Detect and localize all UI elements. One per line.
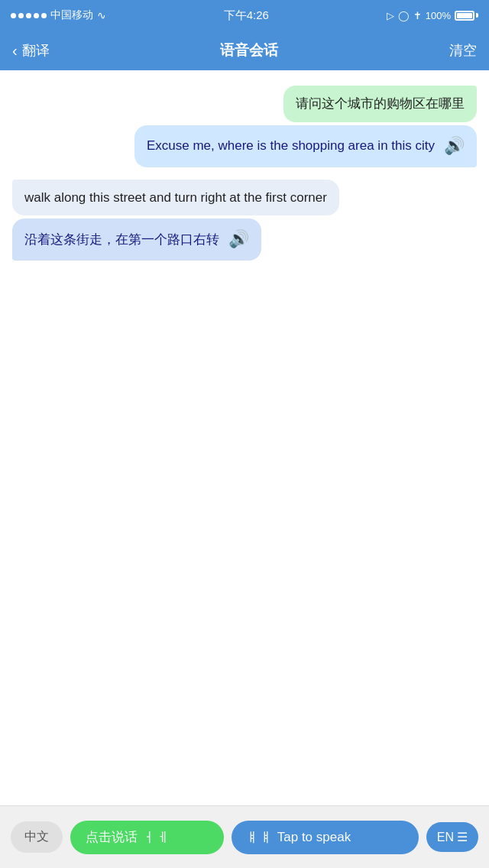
nav-bar: ‹ 翻译 语音会话 清空 (0, 31, 489, 70)
bubble-translation-2: 沿着这条街走，在第一个路口右转 🔊 (12, 219, 261, 261)
status-time: 下午4:26 (224, 8, 269, 23)
speak-en-label: Tap to speak (277, 830, 351, 845)
battery-fill (457, 13, 472, 18)
nav-title: 语音会话 (220, 40, 278, 60)
carrier-label: 中国移动 (50, 8, 93, 22)
menu-icon: ☰ (457, 830, 468, 844)
signal-dot-2 (18, 13, 24, 18)
battery-tip (476, 13, 478, 18)
message-group-1: 请问这个城市的购物区在哪里 Excuse me, where is the sh… (12, 86, 477, 167)
bubble-text-2-translation: 沿着这条街走，在第一个路口右转 (24, 231, 219, 249)
status-bar: 中国移动 ∿ 下午4:26 ▷ ◯ ✝ 100% (0, 0, 489, 31)
english-language-button[interactable]: EN ☰ (426, 822, 478, 852)
signal-dot-5 (41, 13, 47, 18)
bluetooth-icon: ✝ (413, 10, 422, 21)
battery-percent: 100% (426, 10, 451, 21)
location-icon: ▷ (387, 10, 394, 21)
speak-chinese-button[interactable]: 点击说话 ㅓㅔ (70, 821, 224, 854)
bubble-text-1-original: 请问这个城市的购物区在哪里 (296, 96, 465, 111)
back-chevron-icon: ‹ (12, 42, 18, 60)
wave-icon-en: ㅒㅒ (245, 828, 273, 847)
clear-button[interactable]: 清空 (449, 41, 477, 60)
bubble-original-1: 请问这个城市的购物区在哪里 (283, 86, 477, 122)
speak-english-button[interactable]: ㅒㅒ Tap to speak (232, 821, 419, 854)
wave-icon-cn: ㅓㅔ (142, 828, 170, 847)
bubble-text-2-original: walk along this street and turn right at… (24, 190, 327, 205)
bottom-bar: 中文 点击说话 ㅓㅔ ㅒㅒ Tap to speak EN ☰ (0, 805, 489, 868)
signal-dot-3 (26, 13, 31, 18)
battery-body (455, 11, 474, 21)
speaker-icon-2[interactable]: 🔊 (228, 228, 249, 251)
signal-dot-1 (11, 13, 16, 18)
bubble-text-1-translation: Excuse me, where is the shopping area in… (147, 137, 435, 155)
status-left: 中国移动 ∿ (11, 8, 106, 22)
speak-cn-label: 点击说话 (86, 828, 138, 846)
en-label: EN (437, 831, 454, 844)
signal-dot-4 (34, 13, 39, 18)
back-button[interactable]: ‹ 翻译 (12, 41, 50, 60)
status-right: ▷ ◯ ✝ 100% (387, 10, 478, 21)
speaker-icon-1[interactable]: 🔊 (444, 134, 465, 158)
alarm-icon: ◯ (398, 10, 410, 21)
message-group-2: walk along this street and turn right at… (12, 180, 477, 261)
chat-area: 请问这个城市的购物区在哪里 Excuse me, where is the sh… (0, 70, 489, 805)
signal-dots (11, 13, 47, 18)
back-label: 翻译 (22, 41, 50, 60)
wifi-icon: ∿ (97, 9, 106, 21)
bubble-translation-1: Excuse me, where is the shopping area in… (134, 125, 477, 167)
bubble-original-2: walk along this street and turn right at… (12, 180, 339, 216)
chinese-language-button[interactable]: 中文 (11, 821, 63, 853)
battery-indicator (455, 11, 478, 21)
